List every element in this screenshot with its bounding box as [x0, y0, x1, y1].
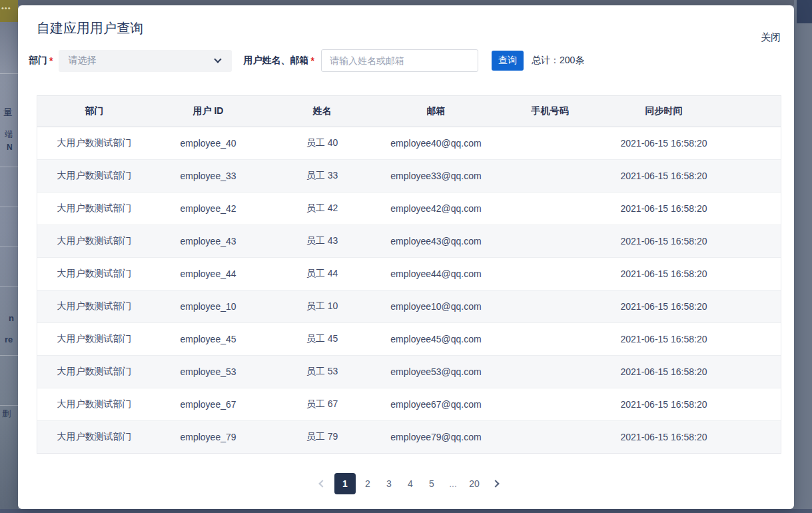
cell-spacer	[721, 355, 781, 388]
background-left-sliver	[0, 0, 18, 513]
total-count: 总计：200条	[532, 55, 584, 67]
cell-name: 员工 33	[265, 159, 379, 192]
cell-department: 大用户数测试部门	[37, 420, 151, 453]
table-row: 大用户数测试部门employee_40员工 40employee40@qq.co…	[37, 127, 781, 159]
cell-email: employee45@qq.com	[379, 322, 493, 355]
cell-spacer	[721, 225, 781, 257]
background-text-fragment: n	[9, 313, 14, 323]
pagination-page-5[interactable]: 5	[422, 473, 441, 494]
background-divider	[0, 405, 18, 406]
pagination-page-20[interactable]: 20	[465, 473, 484, 494]
pagination-prev-button[interactable]	[313, 473, 332, 494]
cell-user-id: employee_10	[151, 290, 265, 322]
cell-user-id: employee_67	[151, 388, 265, 420]
cell-department: 大用户数测试部门	[37, 290, 151, 322]
cell-user-id: employee_79	[151, 420, 265, 453]
column-header-email: 邮箱	[379, 96, 493, 127]
cell-user-id: employee_53	[151, 355, 265, 388]
column-header-sync-time: 同步时间	[607, 96, 721, 127]
cell-name: 员工 40	[265, 127, 379, 159]
cell-email: employee79@qq.com	[379, 420, 493, 453]
cell-name: 员工 79	[265, 420, 379, 453]
cell-user-id: employee_43	[151, 225, 265, 257]
cell-name: 员工 43	[265, 225, 379, 257]
cell-name: 员工 42	[265, 192, 379, 225]
cell-department: 大用户数测试部门	[37, 192, 151, 225]
user-table: 部门用户 ID姓名邮箱手机号码同步时间 大用户数测试部门employee_40员…	[37, 95, 781, 454]
column-header-department: 部门	[37, 96, 151, 127]
pagination-page-1[interactable]: 1	[334, 473, 356, 494]
cell-department: 大用户数测试部门	[37, 257, 151, 290]
cell-user-id: employee_45	[151, 322, 265, 355]
pagination-page-4[interactable]: 4	[401, 473, 420, 494]
background-text-fragment: 删	[2, 408, 11, 420]
cell-phone	[493, 159, 607, 192]
table-row: 大用户数测试部门employee_67员工 67employee67@qq.co…	[37, 388, 781, 420]
cell-spacer	[721, 257, 781, 290]
cell-email: employee53@qq.com	[379, 355, 493, 388]
background-divider	[0, 207, 18, 207]
column-header-name: 姓名	[265, 96, 379, 127]
cell-phone	[493, 322, 607, 355]
chevron-right-icon	[492, 480, 499, 487]
cell-name: 员工 67	[265, 388, 379, 420]
pagination-ellipsis: ...	[444, 473, 462, 494]
background-top-strip	[0, 0, 812, 5]
cell-department: 大用户数测试部门	[37, 127, 151, 159]
cell-phone	[493, 225, 607, 257]
cell-email: employee42@qq.com	[379, 192, 493, 225]
pagination: 12345...20	[37, 473, 781, 494]
user-query-modal: 自建应用用户查询 关闭 部门 * 请选择 用户姓名、邮箱 * 查询 总计：200…	[18, 5, 794, 509]
background-text-fragment: N	[7, 143, 13, 152]
table-row: 大用户数测试部门employee_45员工 45employee45@qq.co…	[37, 322, 781, 355]
required-marker: *	[310, 55, 314, 66]
cell-phone	[493, 420, 607, 453]
cell-department: 大用户数测试部门	[37, 225, 151, 257]
background-text-fragment: 量	[3, 107, 13, 119]
pagination-page-3[interactable]: 3	[380, 473, 398, 494]
table-row: 大用户数测试部门employee_44员工 44employee44@qq.co…	[37, 257, 781, 290]
column-header-user-id: 用户 ID	[151, 96, 265, 127]
table-header-row: 部门用户 ID姓名邮箱手机号码同步时间	[37, 96, 781, 127]
cell-user-id: employee_42	[151, 192, 265, 225]
cell-phone	[493, 127, 607, 159]
cell-spacer	[721, 420, 781, 453]
cell-email: employee44@qq.com	[379, 257, 493, 290]
search-button[interactable]: 查询	[492, 51, 524, 71]
cell-name: 员工 44	[265, 257, 379, 290]
cell-email: employee67@qq.com	[379, 388, 493, 420]
chevron-down-icon	[214, 55, 222, 63]
background-divider	[0, 247, 18, 247]
cell-sync-time: 2021-06-15 16:58:20	[607, 420, 721, 453]
cell-spacer	[721, 192, 781, 225]
background-divider	[0, 73, 18, 74]
table-row: 大用户数测试部门employee_43员工 43employee43@qq.co…	[37, 225, 781, 257]
pagination-next-button[interactable]	[486, 473, 505, 494]
chevron-left-icon	[318, 480, 326, 487]
cell-user-id: employee_33	[151, 159, 265, 192]
cell-sync-time: 2021-06-15 16:58:20	[607, 388, 721, 420]
column-header-spacer	[721, 96, 781, 127]
user-search-input[interactable]	[321, 49, 478, 72]
table-row: 大用户数测试部门employee_10员工 10employee10@qq.co…	[37, 290, 781, 322]
department-select[interactable]: 请选择	[59, 50, 232, 72]
cell-phone	[493, 257, 607, 290]
cell-email: employee40@qq.com	[379, 127, 493, 159]
cell-sync-time: 2021-06-15 16:58:20	[607, 192, 721, 225]
cell-name: 员工 10	[265, 290, 379, 322]
table-row: 大用户数测试部门employee_33员工 33employee33@qq.co…	[37, 159, 781, 192]
cell-phone	[493, 355, 607, 388]
cell-user-id: employee_44	[151, 257, 265, 290]
cell-name: 员工 53	[265, 355, 379, 388]
filter-bar: 部门 * 请选择 用户姓名、邮箱 * 查询 总计：200条	[29, 49, 584, 72]
cell-sync-time: 2021-06-15 16:58:20	[607, 355, 721, 388]
required-marker: *	[49, 55, 53, 66]
cell-sync-time: 2021-06-15 16:58:20	[607, 322, 721, 355]
background-text-fragment: re	[5, 334, 13, 344]
cell-spacer	[721, 322, 781, 355]
cell-phone	[493, 192, 607, 225]
cell-email: employee33@qq.com	[379, 159, 493, 192]
background-bottom-strip	[0, 509, 812, 513]
close-button[interactable]: 关闭	[761, 31, 781, 44]
pagination-page-2[interactable]: 2	[358, 473, 377, 494]
